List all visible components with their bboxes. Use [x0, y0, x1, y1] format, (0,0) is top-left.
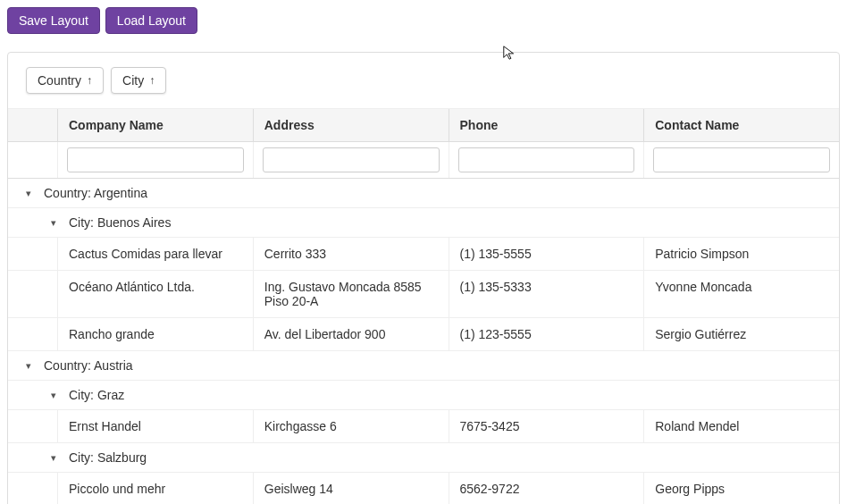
sort-asc-icon: ↑ — [87, 74, 92, 87]
column-header-address[interactable]: Address — [253, 109, 449, 141]
row-indent — [8, 410, 57, 442]
cell-address: Cerrito 333 — [253, 238, 449, 270]
table-row[interactable]: Ernst HandelKirchgasse 67675-3425Roland … — [8, 410, 839, 443]
table-row[interactable]: Océano Atlántico Ltda.Ing. Gustavo Monca… — [8, 271, 839, 318]
cell-contact: Patricio Simpson — [643, 238, 839, 270]
load-layout-button[interactable]: Load Layout — [105, 7, 197, 34]
group-label: City: Buenos Aires — [69, 215, 171, 230]
filter-row — [8, 142, 839, 179]
data-grid: Country ↑ City ↑ Company Name Address Ph… — [7, 52, 840, 504]
row-indent — [8, 318, 57, 350]
cell-company: Rancho grande — [57, 318, 253, 350]
cell-address: Av. del Libertador 900 — [253, 318, 449, 350]
cell-contact: Roland Mendel — [643, 410, 839, 442]
group-panel: Country ↑ City ↑ — [8, 53, 839, 109]
column-header-contact[interactable]: Contact Name — [643, 109, 839, 141]
table-row[interactable]: Rancho grandeAv. del Libertador 900(1) 1… — [8, 318, 839, 351]
column-header-row: Company Name Address Phone Contact Name — [8, 109, 839, 142]
column-header-company[interactable]: Company Name — [57, 109, 253, 141]
row-indent — [8, 271, 57, 317]
filter-input-address[interactable] — [263, 147, 440, 172]
save-layout-button[interactable]: Save Layout — [7, 7, 100, 34]
cell-address: Ing. Gustavo Moncada 8585 Piso 20-A — [253, 271, 449, 317]
expand-icon: ▾ — [51, 390, 69, 401]
table-row[interactable]: Piccolo und mehrGeislweg 146562-9722Geor… — [8, 473, 839, 504]
sort-asc-icon: ↑ — [149, 74, 155, 87]
group-chip-label: Country — [38, 73, 81, 88]
cell-contact: Sergio Gutiérrez — [643, 318, 839, 350]
expand-icon: ▾ — [51, 452, 69, 464]
group-row-city[interactable]: ▾City: Salzburg — [8, 443, 839, 473]
filter-input-company[interactable] — [67, 147, 244, 172]
column-header-phone[interactable]: Phone — [449, 109, 644, 141]
grid-body: ▾Country: Argentina▾City: Buenos AiresCa… — [8, 179, 839, 504]
cell-address: Geislweg 14 — [253, 473, 449, 504]
expand-column-filter — [8, 142, 57, 178]
filter-input-phone[interactable] — [458, 147, 635, 172]
toolbar: Save Layout Load Layout — [7, 7, 840, 34]
cell-company: Ernst Handel — [57, 410, 253, 442]
cell-contact: Yvonne Moncada — [643, 271, 839, 317]
table-row[interactable]: Cactus Comidas para llevarCerrito 333(1)… — [8, 238, 839, 271]
group-label: City: Graz — [69, 388, 124, 402]
cell-phone: (1) 135-5555 — [449, 238, 644, 270]
expand-icon: ▾ — [26, 188, 44, 199]
cell-phone: (1) 135-5333 — [449, 271, 644, 317]
cell-phone: (1) 123-5555 — [449, 318, 644, 350]
cell-address: Kirchgasse 6 — [253, 410, 449, 442]
group-row-country[interactable]: ▾Country: Austria — [8, 351, 839, 381]
cell-company: Cactus Comidas para llevar — [57, 238, 253, 270]
cell-company: Piccolo und mehr — [57, 473, 253, 504]
row-indent — [8, 238, 57, 270]
row-indent — [8, 473, 57, 504]
group-chip-country[interactable]: Country ↑ — [26, 67, 104, 94]
group-label: City: Salzburg — [69, 450, 147, 465]
cell-contact: Georg Pipps — [643, 473, 839, 504]
group-row-country[interactable]: ▾Country: Argentina — [8, 179, 839, 208]
cell-phone: 6562-9722 — [449, 473, 644, 504]
group-row-city[interactable]: ▾City: Buenos Aires — [8, 208, 839, 238]
group-row-city[interactable]: ▾City: Graz — [8, 381, 839, 410]
filter-input-contact[interactable] — [653, 147, 830, 172]
group-chip-label: City — [122, 73, 144, 88]
expand-icon: ▾ — [26, 360, 44, 372]
cell-phone: 7675-3425 — [449, 410, 644, 442]
group-label: Country: Argentina — [44, 186, 147, 200]
cell-company: Océano Atlántico Ltda. — [57, 271, 253, 317]
expand-icon: ▾ — [51, 217, 69, 229]
group-chip-city[interactable]: City ↑ — [111, 67, 166, 94]
group-label: Country: Austria — [44, 358, 133, 373]
expand-column-header — [8, 109, 57, 141]
